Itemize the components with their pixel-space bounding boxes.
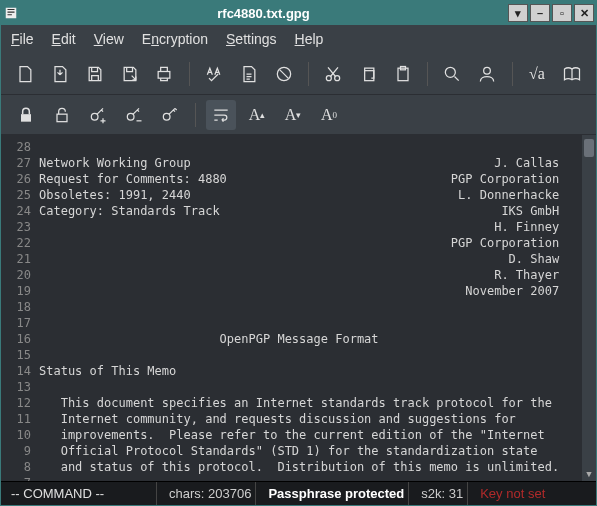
menu-view[interactable]: View	[94, 31, 124, 47]
s2k-status: s2k: 31	[417, 482, 468, 505]
line-gutter: 2827262524232221201918171615141312111098…	[1, 135, 39, 481]
close-button[interactable]: ✕	[574, 4, 594, 22]
lock-open-icon[interactable]	[47, 100, 77, 130]
svg-point-14	[163, 113, 170, 120]
save-as-icon[interactable]	[115, 59, 144, 89]
menu-help[interactable]: Help	[295, 31, 324, 47]
titlebar: rfc4880.txt.gpg ▾ – ▫ ✕	[1, 1, 596, 25]
key-icon[interactable]	[155, 100, 185, 130]
shade-button[interactable]: –	[530, 4, 550, 22]
menu-encryption[interactable]: Encryption	[142, 31, 208, 47]
key-add-icon[interactable]	[83, 100, 113, 130]
search-icon[interactable]	[438, 59, 467, 89]
svg-point-8	[446, 67, 456, 77]
save-icon[interactable]	[81, 59, 110, 89]
lock-closed-icon[interactable]	[11, 100, 41, 130]
print-icon[interactable]	[150, 59, 179, 89]
font-increase-icon[interactable]: A▴	[242, 100, 272, 130]
svg-point-12	[91, 113, 98, 120]
document-stats-icon[interactable]	[234, 59, 263, 89]
char-count: chars: 203706	[165, 482, 256, 505]
statusbar: -- COMMAND -- chars: 203706 Passphrase p…	[1, 481, 596, 505]
menu-file[interactable]: File	[11, 31, 34, 47]
svg-point-9	[484, 67, 491, 74]
wrap-icon[interactable]	[206, 100, 236, 130]
font-reset-icon[interactable]: A0	[314, 100, 344, 130]
copy-icon[interactable]	[354, 59, 383, 89]
svg-rect-11	[57, 114, 67, 122]
scrollbar-down-icon[interactable]: ▼	[582, 467, 596, 481]
editor-area[interactable]: 2827262524232221201918171615141312111098…	[1, 135, 596, 481]
spellcheck-icon[interactable]	[200, 59, 229, 89]
svg-rect-5	[365, 70, 374, 80]
menu-settings[interactable]: Settings	[226, 31, 277, 47]
book-icon[interactable]	[557, 59, 586, 89]
sqrt-icon[interactable]: √a	[523, 59, 552, 89]
toolbar-main: √a	[1, 53, 596, 95]
menu-edit[interactable]: Edit	[52, 31, 76, 47]
new-icon[interactable]	[11, 59, 40, 89]
cut-icon[interactable]	[319, 59, 348, 89]
key-status: Key not set	[476, 482, 590, 505]
app-icon	[1, 6, 21, 20]
menubar: File Edit View Encryption Settings Help	[1, 25, 596, 53]
svg-point-13	[127, 113, 134, 120]
window-title: rfc4880.txt.gpg	[21, 6, 506, 21]
svg-rect-1	[159, 71, 171, 78]
maximize-button[interactable]: ▫	[552, 4, 572, 22]
svg-rect-10	[21, 114, 31, 122]
vertical-scrollbar[interactable]: ▼	[582, 135, 596, 481]
key-remove-icon[interactable]	[119, 100, 149, 130]
prohibit-icon[interactable]	[269, 59, 298, 89]
scrollbar-thumb[interactable]	[584, 139, 594, 157]
passphrase-status: Passphrase protected	[264, 482, 409, 505]
minimize-button[interactable]: ▾	[508, 4, 528, 22]
open-icon[interactable]	[46, 59, 75, 89]
text-content[interactable]: Network Working Group J. CallasRequest f…	[39, 135, 582, 481]
vim-mode: -- COMMAND --	[7, 482, 157, 505]
toolbar-encryption: A▴ A▾ A0	[1, 95, 596, 135]
paste-icon[interactable]	[388, 59, 417, 89]
font-decrease-icon[interactable]: A▾	[278, 100, 308, 130]
user-icon[interactable]	[473, 59, 502, 89]
